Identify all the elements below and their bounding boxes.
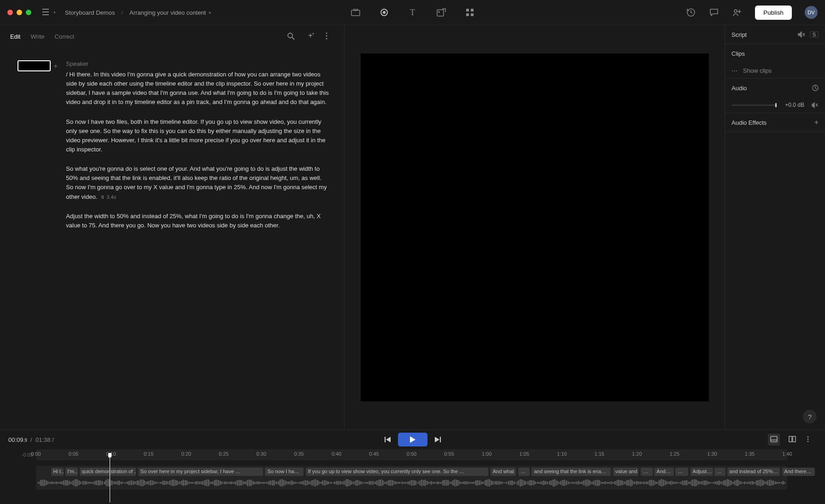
- ruler-tick: 0:20: [181, 451, 191, 457]
- gain-value: +0.0 dB: [785, 102, 804, 108]
- tab-write[interactable]: Write: [30, 33, 44, 40]
- ruler-tick: 1:00: [482, 451, 491, 457]
- timeline-clip-segment[interactable]: and instead of 25%…: [727, 468, 780, 476]
- clip-thumbnail[interactable]: [18, 60, 51, 71]
- timeline-more-icon[interactable]: [805, 434, 817, 446]
- help-button[interactable]: ?: [803, 410, 817, 423]
- svg-point-26: [807, 439, 809, 440]
- ruler-tick: 1:15: [595, 451, 604, 457]
- ruler-tick: 0:15: [144, 451, 153, 457]
- ruler-tick: 1:25: [670, 451, 679, 457]
- timeline-clip-segment[interactable]: So now I ha…: [265, 468, 303, 476]
- skip-forward-button[interactable]: [431, 433, 444, 446]
- mute-icon[interactable]: [798, 31, 805, 38]
- ruler-tick: 0:30: [257, 451, 266, 457]
- svg-point-27: [807, 441, 809, 442]
- timeline-clip-segment[interactable]: …: [714, 468, 726, 476]
- svg-rect-10: [471, 13, 474, 16]
- timeline-clip-segment[interactable]: Hi t…: [51, 468, 64, 476]
- image-icon[interactable]: [436, 7, 446, 17]
- svg-point-13: [288, 33, 293, 38]
- ruler-tick: 1:05: [519, 451, 529, 457]
- window-maximize[interactable]: [26, 10, 31, 15]
- timeline-clip-segment[interactable]: and seeing that the link is ena…: [532, 468, 610, 476]
- split-view-icon[interactable]: [786, 434, 798, 446]
- waveform: [38, 479, 785, 487]
- search-icon[interactable]: [287, 32, 295, 41]
- svg-point-12: [734, 10, 737, 12]
- svg-rect-7: [466, 9, 469, 12]
- history-icon[interactable]: [686, 7, 696, 17]
- grid-icon[interactable]: [465, 7, 475, 17]
- more-icon[interactable]: [326, 32, 334, 41]
- svg-point-14: [313, 33, 314, 35]
- timeline-clip-segment[interactable]: …: [518, 468, 529, 476]
- tab-correct[interactable]: Correct: [55, 33, 75, 40]
- timeline-clip-segment[interactable]: I'm…: [65, 468, 78, 476]
- svg-point-16: [326, 35, 328, 37]
- sparkle-icon[interactable]: [306, 32, 315, 41]
- svg-rect-0: [42, 9, 49, 10]
- tab-edit[interactable]: Edit: [10, 33, 20, 40]
- svg-rect-2: [42, 14, 49, 15]
- gain-slider[interactable]: [731, 104, 777, 106]
- show-clips-button[interactable]: Show clips: [743, 67, 772, 74]
- timeline-clip-segment[interactable]: …: [675, 468, 688, 476]
- volume-mute-icon[interactable]: [812, 102, 819, 108]
- timeline-clip-segment[interactable]: …: [641, 468, 653, 476]
- add-clip-button[interactable]: +: [53, 62, 58, 70]
- time-display: 00:09.9 / 01:38.7: [8, 436, 54, 443]
- timeline-clip-segment[interactable]: And there…: [782, 468, 815, 476]
- svg-rect-19: [385, 437, 386, 442]
- ruler-tick: 1:10: [557, 451, 567, 457]
- playhead[interactable]: [110, 455, 110, 503]
- svg-rect-5: [437, 10, 444, 16]
- svg-rect-3: [351, 10, 360, 16]
- ruler-tick: 0:40: [332, 451, 341, 457]
- add-effect-button[interactable]: +: [814, 118, 819, 127]
- window-minimize[interactable]: [17, 10, 22, 15]
- text-icon[interactable]: T: [408, 7, 418, 17]
- ruler-tick: 1:20: [632, 451, 642, 457]
- svg-rect-21: [771, 436, 777, 442]
- timeline-clip-segment[interactable]: If you go up to view show video, you cur…: [306, 468, 488, 476]
- svg-rect-4: [354, 9, 357, 11]
- svg-point-25: [807, 436, 809, 438]
- sidebar-toggle-icon[interactable]: ▾: [42, 9, 56, 16]
- breadcrumb-separator: /: [121, 9, 123, 16]
- timeline-clip-segment[interactable]: And what …: [491, 468, 516, 476]
- svg-point-6: [439, 12, 439, 12]
- clock-icon[interactable]: [812, 85, 819, 91]
- timeline-view-icon[interactable]: [768, 434, 780, 446]
- ruler-tick: 0:45: [369, 451, 379, 457]
- svg-rect-9: [466, 13, 469, 16]
- breadcrumb-parent[interactable]: Storyboard Demos: [65, 9, 115, 16]
- timeline-track[interactable]: Hi t…I'm…quick demonstration of …So over…: [36, 466, 787, 498]
- svg-rect-1: [42, 12, 49, 12]
- clips-options-icon[interactable]: ⋯: [731, 67, 738, 74]
- timeline-clip-segment[interactable]: Adjust…: [690, 468, 713, 476]
- window-close[interactable]: [7, 10, 13, 15]
- timeline-clip-segment[interactable]: And…: [654, 468, 673, 476]
- script-panel-label: Script: [731, 31, 747, 38]
- skip-back-button[interactable]: [381, 433, 394, 446]
- transcript-text[interactable]: / Hi there. In this video I'm gonna give…: [66, 70, 330, 230]
- timeline-ruler[interactable]: -0:05 0:000:050:100:150:200:250:300:350:…: [36, 449, 787, 460]
- audio-panel-label: Audio: [731, 85, 747, 92]
- ruler-tick: 0:00: [31, 451, 41, 457]
- ruler-tick: 1:30: [707, 451, 717, 457]
- ruler-tick: 0:55: [444, 451, 454, 457]
- record-icon[interactable]: [379, 7, 389, 17]
- comment-icon[interactable]: [709, 7, 719, 17]
- play-button[interactable]: [398, 433, 427, 446]
- share-icon[interactable]: [732, 7, 742, 17]
- camera-icon[interactable]: [351, 7, 361, 17]
- publish-button[interactable]: Publish: [755, 6, 792, 20]
- timeline-clip-segment[interactable]: quick demonstration of …: [80, 468, 136, 476]
- timeline-clip-segment[interactable]: So over here in my project sidebar, I ha…: [138, 468, 263, 476]
- avatar[interactable]: DV: [805, 6, 818, 19]
- svg-rect-20: [440, 437, 441, 442]
- breadcrumb-current[interactable]: Arranging your video content ▾: [129, 9, 211, 16]
- video-preview[interactable]: [361, 53, 709, 401]
- timeline-clip-segment[interactable]: value and …: [613, 468, 638, 476]
